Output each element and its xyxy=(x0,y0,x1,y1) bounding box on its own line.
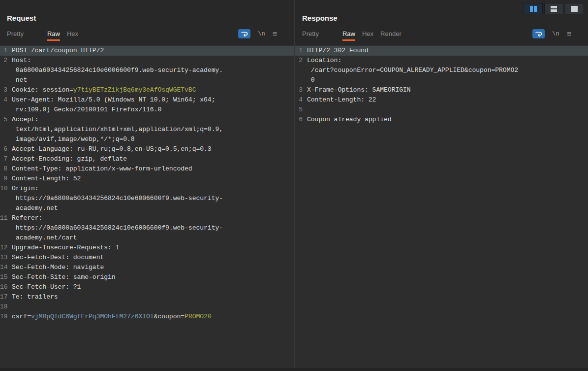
code-line[interactable]: /cart?couponError=COUPON_ALREADY_APPLIED… xyxy=(295,66,588,75)
show-nonprinting-button[interactable]: \n xyxy=(552,31,559,37)
code-line[interactable]: 15Sec-Fetch-Site: same-origin xyxy=(0,272,294,282)
line-number: 1 xyxy=(295,46,307,56)
line-text: rv:109.0) Gecko/20100101 Firefox/116.0 xyxy=(12,105,161,115)
code-line[interactable]: 8Content-Type: application/x-www-form-ur… xyxy=(0,164,294,174)
code-line[interactable]: 3X-Frame-Options: SAMEORIGIN xyxy=(295,85,588,95)
code-line[interactable]: 14Sec-Fetch-Mode: navigate xyxy=(0,263,294,272)
layout-columns-button[interactable] xyxy=(524,3,543,14)
code-line[interactable]: academy.net xyxy=(0,203,294,213)
response-tab-hex[interactable]: Hex xyxy=(362,30,373,41)
line-text: Host: xyxy=(12,56,31,66)
response-editor[interactable]: 1HTTP/2 302 Found2Location: /cart?coupon… xyxy=(295,45,588,368)
line-text: Location: xyxy=(307,56,341,66)
code-line[interactable]: 18 xyxy=(0,302,294,312)
columns-layout-icon xyxy=(530,6,537,12)
editor-menu-icon[interactable]: ≡ xyxy=(273,30,277,38)
code-line[interactable]: 5 xyxy=(295,105,588,115)
line-number xyxy=(0,75,12,85)
line-text: Sec-Fetch-Site: same-origin xyxy=(12,272,116,282)
code-line[interactable]: 16Sec-Fetch-User: ?1 xyxy=(0,282,294,292)
line-text: HTTP/2 302 Found xyxy=(307,46,369,56)
response-panel: Response Pretty Raw Hex Render \n ≡ 1HTT… xyxy=(295,0,588,368)
code-line[interactable]: 10Origin: xyxy=(0,184,294,194)
response-tabs: Pretty Raw Hex Render xyxy=(302,30,408,41)
response-tab-render[interactable]: Render xyxy=(380,30,402,41)
line-text: User-Agent: Mozilla/5.0 (Windows NT 10.0… xyxy=(12,95,215,105)
code-line[interactable]: 19csrf=vjMBpQIdC6WgfErPq3MOhFtM27z6XIOl&… xyxy=(0,312,294,322)
line-text: Sec-Fetch-User: ?1 xyxy=(12,282,81,292)
line-number: 6 xyxy=(0,144,12,154)
soft-wrap-toggle-button[interactable] xyxy=(532,29,545,38)
layout-controls xyxy=(524,3,584,14)
line-number xyxy=(0,105,12,115)
line-number xyxy=(0,203,12,213)
code-line[interactable]: 9Content-Length: 52 xyxy=(0,174,294,184)
line-number: 2 xyxy=(0,56,12,66)
rows-layout-icon xyxy=(551,6,557,12)
line-text: Cookie: session=y7tiyBETzZikjBq6my3eAfOs… xyxy=(12,85,196,95)
code-line[interactable]: 2Location: xyxy=(295,56,588,66)
line-number xyxy=(0,125,12,135)
line-number: 10 xyxy=(0,184,12,194)
code-line[interactable]: https://0a6800a603434256824c10e6006600f9… xyxy=(0,223,294,233)
single-layout-icon xyxy=(571,6,578,12)
code-line[interactable]: 1POST /cart/coupon HTTP/2 xyxy=(0,46,294,56)
line-number xyxy=(0,135,12,144)
line-number: 15 xyxy=(0,272,12,282)
layout-rows-button[interactable] xyxy=(544,3,563,14)
code-line[interactable]: 17Te: trailers xyxy=(0,292,294,302)
code-line[interactable]: 0 xyxy=(295,75,588,85)
response-tab-raw[interactable]: Raw xyxy=(342,30,355,41)
line-number: 16 xyxy=(0,282,12,292)
code-line[interactable]: 12Upgrade-Insecure-Requests: 1 xyxy=(0,243,294,253)
code-line[interactable]: 6Coupon already applied xyxy=(295,115,588,125)
response-tab-pretty[interactable]: Pretty xyxy=(302,30,319,41)
code-line[interactable]: text/html,application/xhtml+xml,applicat… xyxy=(0,125,294,135)
response-panel-title: Response xyxy=(302,14,588,22)
line-number: 3 xyxy=(295,85,307,95)
code-line[interactable]: 4Content-Length: 22 xyxy=(295,95,588,105)
editor-menu-icon[interactable]: ≡ xyxy=(567,30,571,38)
code-line[interactable]: 3Cookie: session=y7tiyBETzZikjBq6my3eAfO… xyxy=(0,85,294,95)
line-number: 6 xyxy=(295,115,307,125)
request-tab-raw[interactable]: Raw xyxy=(47,30,60,41)
line-number: 4 xyxy=(295,95,307,105)
code-line[interactable]: image/avif,image/webp,*/*;q=0.8 xyxy=(0,135,294,144)
line-text: Content-Length: 52 xyxy=(12,174,81,184)
code-line[interactable]: academy.net/cart xyxy=(0,233,294,243)
request-tabbar: Pretty Raw Hex \n ≡ xyxy=(0,27,294,41)
line-number: 13 xyxy=(0,253,12,263)
code-line[interactable]: 6Accept-Language: ru-RU,ru;q=0.8,en-US;q… xyxy=(0,144,294,154)
line-number: 7 xyxy=(0,154,12,164)
layout-single-button[interactable] xyxy=(565,3,584,14)
line-text: Accept-Language: ru-RU,ru;q=0.8,en-US;q=… xyxy=(12,144,212,154)
line-text: /cart?couponError=COUPON_ALREADY_APPLIED… xyxy=(307,66,518,75)
code-line[interactable]: 1HTTP/2 302 Found xyxy=(295,46,588,56)
code-line[interactable]: 7Accept-Encoding: gzip, deflate xyxy=(0,154,294,164)
line-number: 12 xyxy=(0,243,12,253)
code-line[interactable]: 2Host: xyxy=(0,56,294,66)
request-editor[interactable]: 1POST /cart/coupon HTTP/22Host: 0a6800a6… xyxy=(0,45,294,368)
line-text: Accept: xyxy=(12,115,39,125)
line-number: 9 xyxy=(0,174,12,184)
code-line[interactable]: https://0a6800a603434256824c10e6006600f9… xyxy=(0,194,294,203)
line-number: 4 xyxy=(0,95,12,105)
line-number: 1 xyxy=(0,46,12,56)
code-line[interactable]: 13Sec-Fetch-Dest: document xyxy=(0,253,294,263)
code-line[interactable]: 4User-Agent: Mozilla/5.0 (Windows NT 10.… xyxy=(0,95,294,105)
line-text: Accept-Encoding: gzip, deflate xyxy=(12,154,127,164)
code-line[interactable]: net xyxy=(0,75,294,85)
code-line[interactable]: 11Referer: xyxy=(0,213,294,223)
code-line[interactable]: 0a6800a603434256824c10e6006600f9.web-sec… xyxy=(0,66,294,75)
line-number xyxy=(0,233,12,243)
line-number xyxy=(0,223,12,233)
show-nonprinting-button[interactable]: \n xyxy=(258,31,265,37)
soft-wrap-toggle-button[interactable] xyxy=(238,29,250,38)
request-tab-pretty[interactable]: Pretty xyxy=(7,30,24,41)
code-line[interactable]: 5Accept: xyxy=(0,115,294,125)
line-number: 19 xyxy=(0,312,12,322)
line-number: 14 xyxy=(0,263,12,272)
line-text: Sec-Fetch-Mode: navigate xyxy=(12,263,104,272)
code-line[interactable]: rv:109.0) Gecko/20100101 Firefox/116.0 xyxy=(0,105,294,115)
request-tab-hex[interactable]: Hex xyxy=(67,30,78,41)
